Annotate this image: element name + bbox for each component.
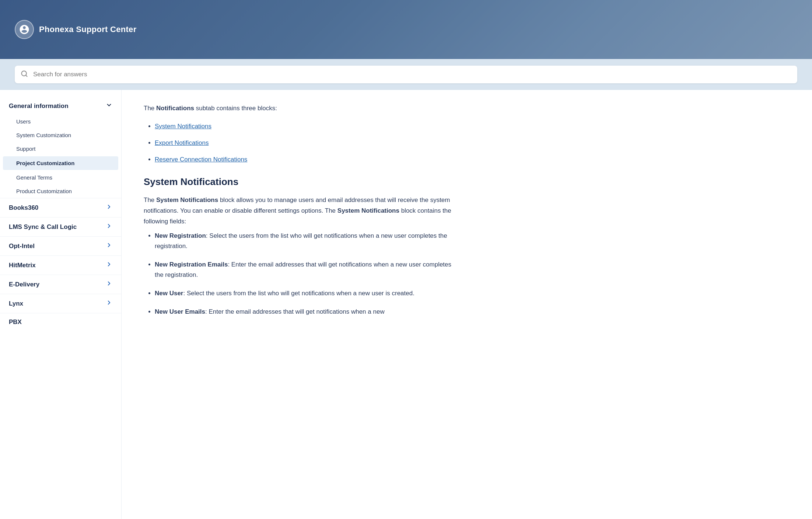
field-bold-2: New User (155, 290, 183, 297)
links-list: System Notifications Export Notification… (155, 121, 453, 165)
sidebar-item-lms-sync[interactable]: LMS Sync & Call Logic (0, 217, 121, 236)
sidebar-item-system-customization[interactable]: System Customization (0, 128, 121, 142)
logo (15, 20, 34, 39)
list-item: New Registration Emails: Enter the email… (155, 260, 453, 280)
system-intro-paragraph: The System Notifications block allows yo… (144, 195, 453, 227)
sidebar-item-users[interactable]: Users (0, 115, 121, 128)
intro-paragraph: The Notifications subtab contains three … (144, 103, 453, 114)
sidebar-item-hitmetrix[interactable]: HitMetrix (0, 255, 121, 275)
sidebar-item-product-customization[interactable]: Product Customization (0, 184, 121, 198)
system-notifications-link[interactable]: System Notifications (155, 123, 211, 130)
sidebar-general-information[interactable]: General information (0, 97, 121, 115)
sidebar-item-opt-intel[interactable]: Opt-Intel (0, 236, 121, 255)
chevron-right-icon (106, 242, 112, 250)
sidebar-item-books360[interactable]: Books360 (0, 198, 121, 217)
sys-bold2: System Notifications (337, 207, 399, 214)
sidebar-item-e-delivery[interactable]: E-Delivery (0, 275, 121, 294)
field-text-3: : Enter the email addresses that will ge… (205, 308, 385, 315)
list-item: New User: Select the users from the list… (155, 288, 453, 299)
sidebar-item-pbx[interactable]: PBX (0, 313, 121, 331)
chevron-down-icon (106, 102, 112, 110)
chevron-right-icon (106, 280, 112, 289)
system-notifications-heading: System Notifications (144, 176, 453, 188)
main-content: The Notifications subtab contains three … (122, 90, 475, 519)
field-bold-3: New User Emails (155, 308, 205, 315)
search-section (0, 59, 812, 90)
chevron-right-icon (106, 299, 112, 308)
search-input[interactable] (15, 66, 797, 83)
intro-rest: subtab contains three blocks: (194, 105, 277, 112)
field-text-2: : Select the users from the list who wil… (183, 290, 414, 297)
chevron-right-icon (106, 261, 112, 269)
notifications-bold: Notifications (156, 105, 194, 112)
fields-list: New Registration: Select the users from … (155, 231, 453, 317)
list-item: New User Emails: Enter the email address… (155, 307, 453, 317)
field-bold-1: New Registration Emails (155, 261, 228, 268)
main-layout: General information Users System Customi… (0, 90, 812, 519)
sidebar-item-support[interactable]: Support (0, 142, 121, 156)
sidebar-general-information-items: Users System Customization Support Proje… (0, 115, 121, 198)
list-item: Export Notifications (155, 138, 453, 148)
sidebar-item-project-customization[interactable]: Project Customization (3, 156, 118, 170)
svg-line-1 (26, 75, 27, 77)
sidebar-general-information-label: General information (9, 102, 69, 110)
chevron-right-icon (106, 203, 112, 212)
field-bold-0: New Registration (155, 232, 206, 239)
header-title: Phonexa Support Center (39, 25, 137, 34)
page-header: Phonexa Support Center (0, 0, 812, 59)
list-item: System Notifications (155, 121, 453, 131)
sidebar-item-lynx[interactable]: Lynx (0, 294, 121, 313)
list-item: Reserve Connection Notifications (155, 154, 453, 164)
sys-intro-1: The (144, 196, 156, 203)
export-notifications-link[interactable]: Export Notifications (155, 139, 209, 146)
sys-bold1: System Notifications (156, 196, 218, 203)
list-item: New Registration: Select the users from … (155, 231, 453, 251)
search-icon (21, 70, 28, 79)
sidebar-item-general-terms[interactable]: General Terms (0, 171, 121, 184)
reserve-connection-link[interactable]: Reserve Connection Notifications (155, 156, 247, 163)
sidebar: General information Users System Customi… (0, 90, 122, 519)
chevron-right-icon (106, 223, 112, 231)
intro-text: The (144, 105, 156, 112)
